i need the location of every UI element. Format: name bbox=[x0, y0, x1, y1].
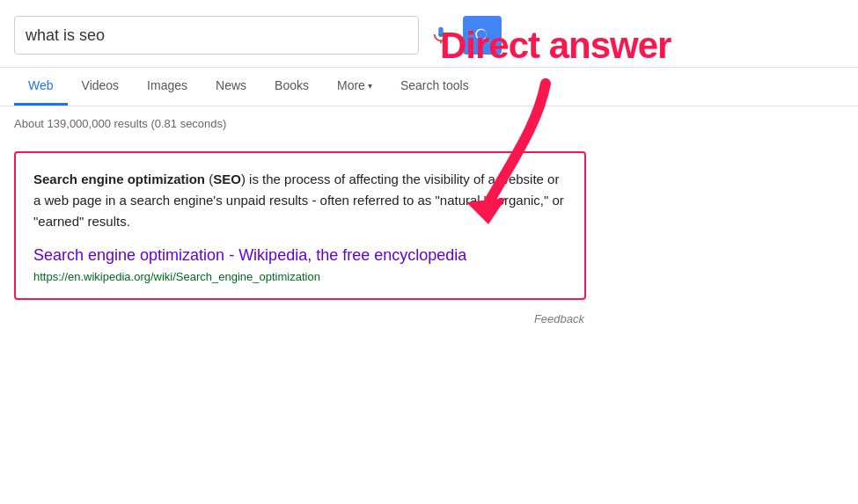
feedback-label: Feedback bbox=[0, 307, 598, 331]
chevron-down-icon: ▾ bbox=[368, 81, 372, 91]
wiki-link[interactable]: Search engine optimization - Wikipedia, … bbox=[33, 246, 567, 265]
tab-news[interactable]: News bbox=[202, 68, 260, 106]
tab-more[interactable]: More ▾ bbox=[323, 68, 386, 106]
answer-text: Search engine optimization (SEO) is the … bbox=[33, 169, 567, 232]
tab-videos[interactable]: Videos bbox=[68, 68, 134, 106]
tab-books[interactable]: Books bbox=[260, 68, 323, 106]
tab-images[interactable]: Images bbox=[133, 68, 202, 106]
bold-abbr: SEO bbox=[213, 172, 241, 186]
direct-answer-label: Direct answer bbox=[440, 25, 671, 67]
nav-tabs: Web Videos Images News Books More ▾ Sear… bbox=[0, 68, 858, 106]
answer-box: Search engine optimization (SEO) is the … bbox=[14, 151, 586, 300]
tab-web[interactable]: Web bbox=[14, 68, 68, 106]
wiki-url: https://en.wikipedia.org/wiki/Search_eng… bbox=[33, 270, 320, 283]
results-count: About 139,000,000 results (0.81 seconds) bbox=[0, 106, 858, 137]
bold-term: Search engine optimization bbox=[33, 172, 205, 186]
search-input-wrapper bbox=[14, 16, 419, 55]
search-bar-area bbox=[0, 0, 858, 68]
search-input[interactable] bbox=[26, 26, 407, 45]
tab-search-tools[interactable]: Search tools bbox=[386, 68, 483, 106]
